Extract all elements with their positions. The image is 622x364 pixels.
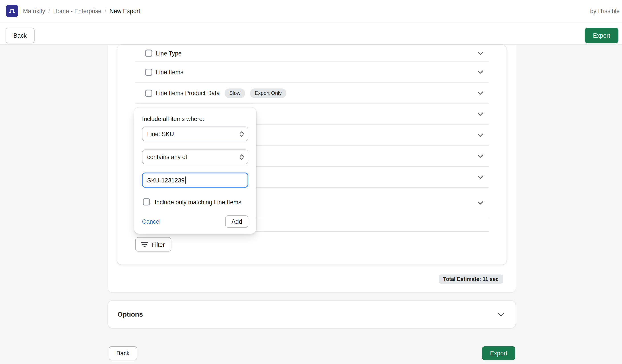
options-title: Options [117,310,143,318]
field-row-line-items[interactable]: Line Items [117,61,506,82]
filter-icon [141,242,148,248]
field-row-line-type[interactable]: Line Type [117,45,506,61]
slow-badge: Slow [225,88,245,98]
chevron-down-icon[interactable] [477,201,484,205]
text-cursor [185,176,186,184]
select-caret-icon [239,131,244,137]
app-header: Matrixify / Home - Enterprise / New Expo… [0,0,622,22]
back-button[interactable]: Back [6,28,35,43]
chevron-down-icon[interactable] [477,154,484,158]
chevron-down-icon[interactable] [477,112,484,116]
select-caret-icon [239,154,244,160]
field-select-value: Line: SKU [147,131,174,137]
field-row-label: Line Items Product Data [156,90,220,96]
options-section[interactable]: Options [108,301,516,328]
breadcrumb-section[interactable]: Home - Enterprise [53,8,102,14]
byline: by ITissible [590,8,620,14]
export-main-panel: Line Type Line Items Line Items Product … [108,45,516,292]
filter-button[interactable]: Filter [135,237,172,251]
line-items-product-data-checkbox[interactable] [145,90,152,97]
export-button[interactable]: Export [585,28,619,43]
condition-select-value: contains any of [147,153,187,160]
breadcrumb: Matrixify / Home - Enterprise / New Expo… [23,8,140,14]
filter-popover: Include all items where: Line: SKU conta… [134,108,256,234]
breadcrumb-separator: / [48,8,50,14]
action-toolbar: Back Export [0,22,622,45]
chevron-down-icon[interactable] [477,91,484,95]
condition-select[interactable]: contains any of [142,150,248,164]
footer-back-button[interactable]: Back [109,346,137,360]
footer-export-button[interactable]: Export [482,346,515,360]
chevron-down-icon[interactable] [477,133,484,137]
export-only-badge: Export Only [250,88,287,98]
filter-area: Filter [117,232,506,265]
cancel-link[interactable]: Cancel [142,218,160,225]
chevron-down-icon[interactable] [497,312,505,316]
filter-value-text: SKU-1231239 [147,177,185,183]
field-row-line-items-product-data[interactable]: Line Items Product Data Slow Export Only [117,82,506,103]
matching-line-items-label: Include only matching Line Items [155,198,241,205]
matching-line-items-row[interactable]: Include only matching Line Items [142,198,248,206]
chevron-down-icon[interactable] [477,70,484,74]
filter-button-label: Filter [152,241,165,248]
matrixify-logo[interactable] [6,5,18,17]
field-select[interactable]: Line: SKU [142,127,248,141]
add-button[interactable]: Add [225,215,248,228]
breadcrumb-separator: / [105,8,106,14]
popover-footer: Cancel Add [142,215,248,228]
field-row-label: Line Type [156,50,182,56]
filter-value-input[interactable]: SKU-1231239 [142,173,248,188]
chevron-down-icon[interactable] [477,52,484,55]
breadcrumb-app[interactable]: Matrixify [23,8,45,14]
line-items-checkbox[interactable] [145,68,152,76]
line-type-checkbox[interactable] [145,50,152,57]
total-estimate-badge: Total Estimate: 11 sec [439,274,503,284]
screen: Matrixify / Home - Enterprise / New Expo… [0,0,622,364]
pulse-logo-icon [8,7,16,15]
popover-title: Include all items where: [142,115,248,122]
chevron-down-icon[interactable] [477,175,484,179]
matching-line-items-checkbox[interactable] [143,198,150,205]
breadcrumb-current-page: New Export [109,8,140,14]
field-row-label: Line Items [156,69,183,75]
